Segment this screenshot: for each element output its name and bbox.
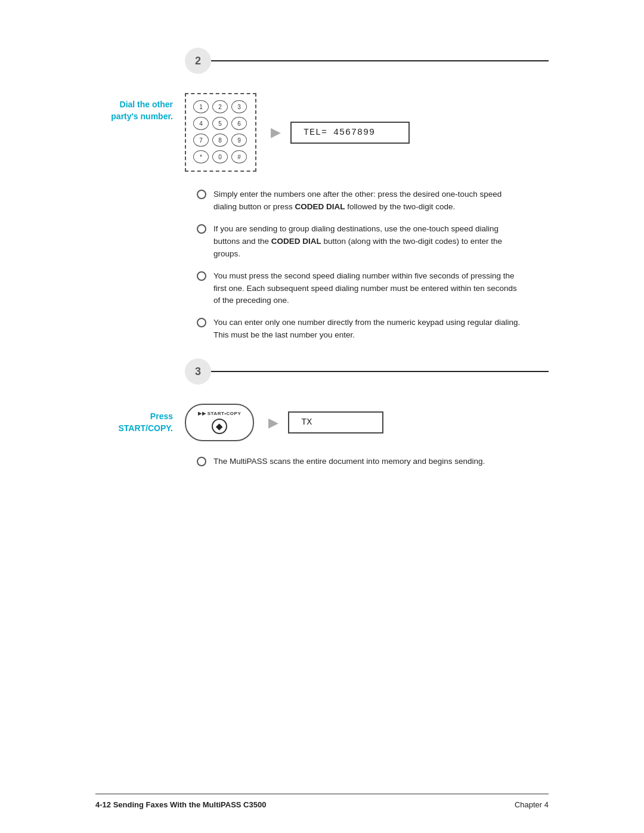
step2-header: 2: [95, 48, 549, 74]
key-7: 7: [193, 134, 209, 147]
bullet-item-3: You must press the second speed dialing …: [197, 270, 549, 308]
footer: 4-12 Sending Faxes With the MultiPASS C3…: [95, 794, 549, 809]
key-hash: #: [231, 150, 247, 163]
bullet-text-3: You must press the second speed dialing …: [213, 270, 524, 308]
key-8: 8: [212, 134, 228, 147]
step3-content: Press START/COPY. ▶▶ START•COPY ◆ ▶ TX: [95, 404, 549, 441]
step3-header: 3: [95, 358, 549, 385]
key-1: 1: [193, 100, 209, 113]
step3-bullet-list: The MultiPASS scans the entire document …: [197, 456, 549, 468]
bullet-text-2: If you are sending to group dialing dest…: [213, 223, 524, 261]
footer-right-text: Chapter 4: [515, 800, 549, 809]
step3-label: Press START/COPY.: [95, 411, 185, 434]
tel-display: TEL= 4567899: [290, 122, 410, 144]
bullet-item-2: If you are sending to group dialing dest…: [197, 223, 549, 261]
bullet-circle-1: [197, 190, 206, 199]
arrow-icon: ▶: [271, 125, 281, 140]
step3-bullet-text-1: The MultiPASS scans the entire document …: [213, 456, 485, 468]
step3-line: [211, 371, 549, 372]
btn-top-text: ▶▶ START•COPY: [198, 411, 241, 416]
step2-label: Dial the other party's number.: [95, 93, 185, 122]
bullet-circle-2: [197, 224, 206, 234]
bullet-item-4: You can enter only one number directly f…: [197, 317, 549, 342]
step3-bullet-item-1: The MultiPASS scans the entire document …: [197, 456, 549, 468]
bullet-circle-4: [197, 318, 206, 327]
start-copy-button-illustration: ▶▶ START•COPY ◆: [185, 404, 254, 441]
step3-arrow-icon: ▶: [268, 415, 278, 431]
bullet-item-1: Simply enter the numbers one after the o…: [197, 188, 549, 213]
step3-badge: 3: [185, 358, 211, 385]
step2-content: Dial the other party's number. 1 2 3 4 5…: [95, 93, 549, 172]
bullet-text-4: You can enter only one number directly f…: [213, 317, 524, 342]
key-5: 5: [212, 117, 228, 130]
key-2: 2: [212, 100, 228, 113]
key-star: *: [193, 150, 209, 163]
step3-bullet-circle-1: [197, 457, 206, 466]
bullet-circle-3: [197, 271, 206, 281]
step2-line: [211, 60, 549, 61]
bullet-text-1: Simply enter the numbers one after the o…: [213, 188, 524, 213]
page: 2 Dial the other party's number. 1 2 3 4…: [0, 0, 644, 833]
footer-left-text: 4-12 Sending Faxes With the MultiPASS C3…: [95, 800, 266, 809]
tx-display: TX: [288, 411, 383, 433]
key-6: 6: [231, 117, 247, 130]
key-4: 4: [193, 117, 209, 130]
step2-bullet-list: Simply enter the numbers one after the o…: [197, 188, 549, 342]
key-0: 0: [212, 150, 228, 163]
btn-circle-icon: ◆: [212, 419, 227, 434]
key-3: 3: [231, 100, 247, 113]
keypad: 1 2 3 4 5 6 7 8 9 * 0 #: [185, 93, 256, 172]
step2-badge: 2: [185, 48, 211, 74]
key-9: 9: [231, 134, 247, 147]
